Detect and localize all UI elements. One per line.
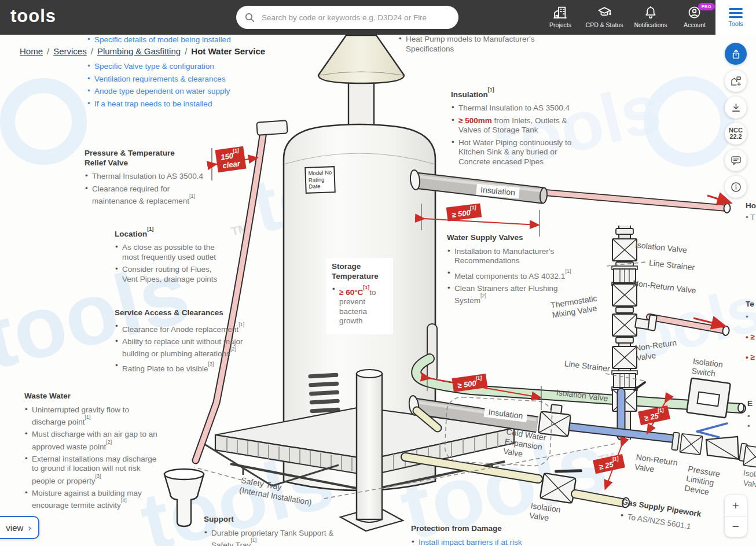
annotation-waste-water: Waste Water Uninterrupted gravity flow t… xyxy=(24,392,157,513)
hamburger-icon xyxy=(728,8,743,19)
annotation-heading: Support xyxy=(204,515,333,525)
annotation-ptr-valve: Pressure & Temperature Relief Valve Ther… xyxy=(85,149,203,209)
annotation-item: Uninterrupted gravity flow to discharge … xyxy=(24,405,157,427)
add-to-project-button[interactable] xyxy=(725,70,747,92)
nav-label: CPD & Status xyxy=(586,21,623,28)
edge-label-hot: Ho xyxy=(746,201,756,210)
info-button[interactable] xyxy=(725,176,747,198)
link-item[interactable]: Specific details of model being installe… xyxy=(87,35,231,45)
annotation-storage-temp: Storage Temperature ≥ 60°C[1]to prevent … xyxy=(326,258,393,334)
annotation-item: External installations may discharge to … xyxy=(24,455,157,486)
flow-arrow-cold xyxy=(697,423,727,437)
flow-arrow-hot xyxy=(707,195,729,202)
link-item[interactable]: Anode type dependent on water supply xyxy=(87,87,230,97)
annotation-location: Location[1] As close as possible to the … xyxy=(115,227,217,287)
app-logo[interactable]: tools xyxy=(10,6,56,27)
annotation-heading: Pressure & Temperature Relief Valve xyxy=(85,149,203,168)
annotation-item: Ability to replace unit without major bu… xyxy=(115,337,244,359)
link-item[interactable]: Specific Valve type & configuration xyxy=(87,62,230,72)
graduation-cap-icon xyxy=(597,5,612,20)
zoom-out-button[interactable]: − xyxy=(725,517,747,537)
download-button[interactable] xyxy=(725,97,747,119)
annotation-item: Thermal Insulation to AS 3500.4 xyxy=(85,172,203,182)
annotation-item: Thermal Insulation to AS 3500.4 xyxy=(451,104,571,113)
annotation-item: Metal components to AS 4032.1[1] xyxy=(447,269,571,281)
isolation-valve-symbol xyxy=(612,239,637,261)
link-item[interactable]: If a heat trap needs to be installed xyxy=(87,99,230,109)
breadcrumb-services[interactable]: Services xyxy=(53,46,87,56)
download-icon xyxy=(730,102,742,114)
overview-button[interactable]: view › xyxy=(0,516,39,539)
annotation-service-access: Service Access & Clearances Clearance fo… xyxy=(115,308,244,377)
annotation-item: Hot Water Piping continuously to Kitchen… xyxy=(451,138,571,167)
annotation-heading: Service Access & Clearances xyxy=(115,308,244,318)
chevron-right-icon: › xyxy=(28,523,31,532)
comment-icon xyxy=(730,154,742,167)
nav-projects[interactable]: Projects xyxy=(549,5,571,28)
annotation-item: ≥ 60°C[1]to prevent bacteria growth xyxy=(332,285,387,326)
label-pressure-limiting-device: Pressure Limiting Device xyxy=(684,464,721,499)
nav-notifications[interactable]: Notifications xyxy=(634,5,667,28)
annotation-water-supply-valves: Water Supply Valves Installation to Manu… xyxy=(447,233,571,308)
link-item[interactable]: Ventilation requirements & clearances xyxy=(87,75,230,84)
dim-150-clear: 150[1]clear xyxy=(215,146,247,173)
annotation-support: Support Durable proprietary Tank Support… xyxy=(204,515,333,546)
pro-badge: PRO xyxy=(698,3,715,10)
link-item[interactable]: Install impact barriers if at risk xyxy=(411,538,522,546)
annotation-heading: Waste Water xyxy=(24,392,157,401)
annotation-model-details: Specific Valve type & configuration Vent… xyxy=(87,62,230,112)
non-return-valve-symbol xyxy=(612,346,637,368)
breadcrumb-current: Hot Water Service xyxy=(191,46,265,56)
breadcrumb-separator: / xyxy=(185,46,187,56)
annotation-heading: Storage Temperature xyxy=(332,262,387,281)
annotation-heading: Protection from Damage xyxy=(411,524,522,534)
tank-rating-plate: Model No Rating Date xyxy=(304,166,336,194)
nav-label: Projects xyxy=(549,21,571,28)
tools-menu-button[interactable]: Tools xyxy=(715,0,756,35)
nav-bar: tools Projects CPD & Status Notification… xyxy=(0,0,715,35)
label-isolation-valve-3: Isolation Valve xyxy=(529,501,561,525)
edge-label-hot-item: • T xyxy=(746,213,755,222)
search-input[interactable] xyxy=(260,13,458,23)
annotation-item: Durable proprietary Tank Support & Safet… xyxy=(204,529,333,546)
label-isolation-switch: Isolation Switch xyxy=(691,356,724,379)
annotation-item: Consider routing of Flues, Vent Pipes, d… xyxy=(115,265,217,284)
edge-label-te-item: • ≥ xyxy=(746,353,755,361)
search-icon xyxy=(244,12,255,23)
edge-label-te-item: • ≥ xyxy=(746,333,755,341)
pt-relief-valve xyxy=(256,120,287,135)
annotation-item: Clearance required for maintenance & rep… xyxy=(85,185,203,206)
breadcrumb-home[interactable]: Home xyxy=(20,46,43,56)
tmv-symbol xyxy=(612,314,637,336)
breadcrumb-plumbing[interactable]: Plumbing & Gasfitting xyxy=(97,46,181,56)
flue-and-draft-hood xyxy=(318,35,404,127)
annotation-heat-pump: Heat Pump models to Manufacturer's Speci… xyxy=(398,35,534,57)
add-project-icon xyxy=(730,75,742,87)
isolation-valve-symbol xyxy=(743,445,756,468)
breadcrumb-separator: / xyxy=(47,46,49,56)
app-window: tools Projects CPD & Status Notification… xyxy=(0,0,756,546)
nav-cpd-status[interactable]: CPD & Status xyxy=(586,5,623,28)
annotation-item: Clearance for Anode replacement[1] xyxy=(115,322,244,334)
projects-icon xyxy=(553,5,568,20)
ncc-version-button[interactable]: NCC22.2 xyxy=(725,123,747,145)
annotation-item: ≥ 500mm from Inlets, Outlets & Valves of… xyxy=(451,116,571,135)
edge-label-te-item: • xyxy=(746,312,748,321)
annotation-insulation: Insulation[1] Thermal Insulation to AS 3… xyxy=(451,87,571,169)
bell-icon xyxy=(643,5,658,20)
edge-label-e-item: • xyxy=(747,422,750,430)
nav-account[interactable]: PRO Account xyxy=(684,5,706,28)
non-return-valve-symbol xyxy=(680,434,702,455)
annotation-item: Installation to Manufacturer's Recommend… xyxy=(447,247,571,266)
edge-label-e: E xyxy=(747,399,753,408)
zoom-in-button[interactable]: + xyxy=(725,495,747,517)
breadcrumb: Home/Services/Plumbing & Gasfitting/Hot … xyxy=(20,46,265,56)
search-bar[interactable] xyxy=(236,6,458,29)
annotation-heading: Location[1] xyxy=(115,227,217,239)
feedback-button[interactable] xyxy=(725,149,747,171)
annotation-item: Rating Plate to be visible[3] xyxy=(115,361,244,374)
diagram-canvas[interactable]: tools tools tools tools tools tools TM T… xyxy=(0,35,756,546)
share-button[interactable] xyxy=(725,43,747,65)
annotation-item: Heat Pump models to Manufacturer's Speci… xyxy=(398,35,534,54)
share-icon xyxy=(730,48,742,60)
